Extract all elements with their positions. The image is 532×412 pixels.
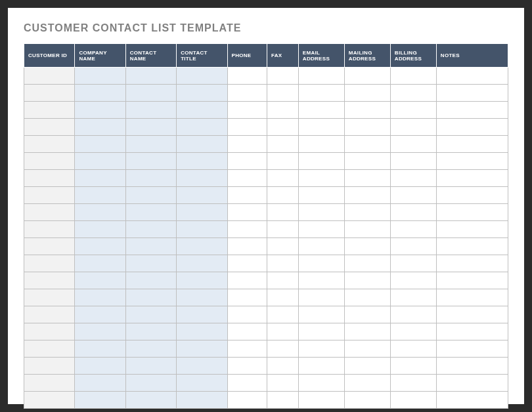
table-cell[interactable] [75,153,125,170]
table-cell[interactable] [390,136,436,153]
table-cell[interactable] [390,289,436,306]
table-cell[interactable] [75,221,125,238]
table-cell[interactable] [344,289,390,306]
table-cell[interactable] [125,289,176,306]
table-cell[interactable] [177,119,227,136]
table-cell[interactable] [298,204,344,221]
table-cell[interactable] [24,187,75,204]
table-cell[interactable] [298,187,344,204]
table-cell[interactable] [75,102,125,119]
table-cell[interactable] [125,221,176,238]
table-cell[interactable] [177,136,227,153]
table-cell[interactable] [344,119,390,136]
table-cell[interactable] [390,358,436,375]
table-cell[interactable] [75,358,125,375]
table-cell[interactable] [227,204,267,221]
table-cell[interactable] [298,102,344,119]
table-cell[interactable] [75,392,125,409]
table-cell[interactable] [298,392,344,409]
table-cell[interactable] [177,102,227,119]
table-cell[interactable] [436,238,508,255]
table-cell[interactable] [344,375,390,392]
table-cell[interactable] [298,255,344,272]
table-cell[interactable] [436,85,508,102]
table-cell[interactable] [75,85,125,102]
table-cell[interactable] [177,358,227,375]
table-cell[interactable] [298,358,344,375]
table-cell[interactable] [390,187,436,204]
table-cell[interactable] [24,153,75,170]
table-cell[interactable] [24,340,75,358]
table-cell[interactable] [298,221,344,238]
table-cell[interactable] [267,392,298,409]
table-cell[interactable] [24,136,75,153]
table-cell[interactable] [125,255,176,272]
table-cell[interactable] [436,358,508,375]
table-cell[interactable] [177,289,227,306]
table-cell[interactable] [298,272,344,289]
table-cell[interactable] [436,221,508,238]
table-cell[interactable] [436,204,508,221]
table-cell[interactable] [390,119,436,136]
table-cell[interactable] [344,153,390,170]
table-cell[interactable] [344,221,390,238]
table-cell[interactable] [267,68,298,85]
table-cell[interactable] [390,102,436,119]
table-cell[interactable] [24,119,75,136]
table-cell[interactable] [24,306,75,323]
table-cell[interactable] [390,272,436,289]
table-cell[interactable] [227,221,267,238]
table-cell[interactable] [344,306,390,323]
table-cell[interactable] [75,68,125,85]
table-cell[interactable] [125,119,176,136]
table-cell[interactable] [24,358,75,375]
table-cell[interactable] [125,306,176,323]
table-cell[interactable] [436,119,508,136]
table-cell[interactable] [227,187,267,204]
table-cell[interactable] [177,68,227,85]
table-cell[interactable] [344,170,390,187]
table-cell[interactable] [177,340,227,358]
table-cell[interactable] [298,153,344,170]
table-cell[interactable] [125,187,176,204]
table-cell[interactable] [298,306,344,323]
table-cell[interactable] [267,153,298,170]
table-cell[interactable] [344,272,390,289]
table-cell[interactable] [227,136,267,153]
table-cell[interactable] [436,68,508,85]
table-cell[interactable] [125,153,176,170]
table-cell[interactable] [177,153,227,170]
table-cell[interactable] [75,136,125,153]
table-cell[interactable] [125,238,176,255]
table-cell[interactable] [227,272,267,289]
table-cell[interactable] [436,255,508,272]
table-cell[interactable] [227,170,267,187]
table-cell[interactable] [267,375,298,392]
table-cell[interactable] [227,102,267,119]
table-cell[interactable] [267,238,298,255]
table-cell[interactable] [344,204,390,221]
table-cell[interactable] [390,340,436,358]
table-cell[interactable] [267,289,298,306]
table-cell[interactable] [24,255,75,272]
table-cell[interactable] [390,323,436,340]
table-cell[interactable] [267,358,298,375]
table-cell[interactable] [436,375,508,392]
table-cell[interactable] [227,238,267,255]
table-cell[interactable] [177,323,227,340]
table-cell[interactable] [227,255,267,272]
table-cell[interactable] [267,221,298,238]
table-cell[interactable] [75,204,125,221]
table-cell[interactable] [267,272,298,289]
table-cell[interactable] [75,306,125,323]
table-cell[interactable] [298,375,344,392]
table-cell[interactable] [177,204,227,221]
table-cell[interactable] [227,153,267,170]
table-cell[interactable] [390,204,436,221]
table-cell[interactable] [267,102,298,119]
table-cell[interactable] [436,306,508,323]
table-cell[interactable] [267,187,298,204]
table-cell[interactable] [390,68,436,85]
table-cell[interactable] [344,85,390,102]
table-cell[interactable] [267,340,298,358]
